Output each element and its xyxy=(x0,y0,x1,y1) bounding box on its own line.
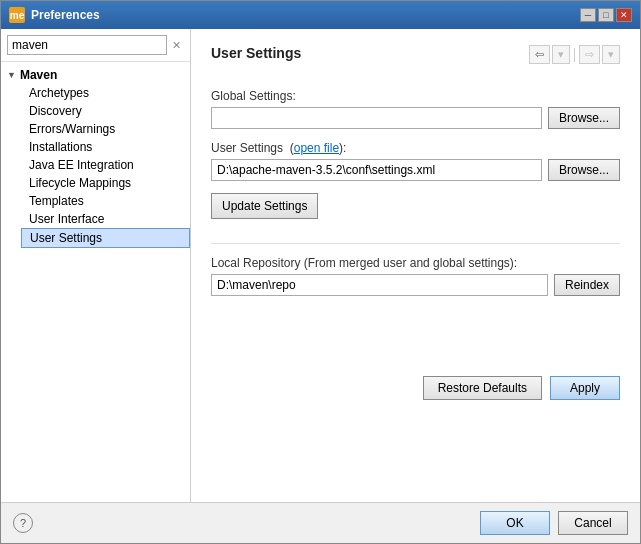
global-settings-input[interactable] xyxy=(211,107,542,129)
restore-defaults-button[interactable]: Restore Defaults xyxy=(423,376,542,400)
nav-forward-dropdown-icon[interactable]: ▾ xyxy=(602,45,620,64)
title-bar-controls: ─ □ ✕ xyxy=(580,8,632,22)
global-browse-button[interactable]: Browse... xyxy=(548,107,620,129)
nav-icons: ⇦ ▾ ⇨ ▾ xyxy=(529,45,620,64)
dialog-content: maven ✕ ▼ Maven Archetypes Discovery Err… xyxy=(1,29,640,543)
minimize-button[interactable]: ─ xyxy=(580,8,596,22)
maximize-button[interactable]: □ xyxy=(598,8,614,22)
cancel-button[interactable]: Cancel xyxy=(558,511,628,535)
divider xyxy=(211,243,620,244)
panel-title: User Settings xyxy=(211,45,301,61)
bottom-right-buttons: OK Cancel xyxy=(480,511,628,535)
update-settings-button[interactable]: Update Settings xyxy=(211,193,318,219)
tree-children: Archetypes Discovery Errors/Warnings Ins… xyxy=(1,84,190,248)
tree-item-templates[interactable]: Templates xyxy=(21,192,190,210)
bottom-bar: ? OK Cancel xyxy=(1,502,640,543)
user-settings-text: User Settings xyxy=(211,141,283,155)
search-input[interactable]: maven xyxy=(7,35,167,55)
tree-maven-label: Maven xyxy=(20,68,57,82)
user-settings-input[interactable]: D:\apache-maven-3.5.2\conf\settings.xml xyxy=(211,159,542,181)
tree-expand-icon: ▼ xyxy=(7,70,16,80)
tree-item-user-interface[interactable]: User Interface xyxy=(21,210,190,228)
tree-item-lifecycle-mappings[interactable]: Lifecycle Mappings xyxy=(21,174,190,192)
title-bar-left: me Preferences xyxy=(9,7,100,23)
user-settings-colon: ): xyxy=(339,141,346,155)
global-settings-row: Browse... xyxy=(211,107,620,129)
nav-forward-icon[interactable]: ⇨ xyxy=(579,45,600,64)
tree-item-discovery[interactable]: Discovery xyxy=(21,102,190,120)
local-repo-input[interactable]: D:\maven\repo xyxy=(211,274,548,296)
title-bar: me Preferences ─ □ ✕ xyxy=(1,1,640,29)
reindex-button[interactable]: Reindex xyxy=(554,274,620,296)
local-repo-label: Local Repository (From merged user and g… xyxy=(211,256,620,270)
panel-actions: Restore Defaults Apply xyxy=(211,376,620,400)
ok-button[interactable]: OK xyxy=(480,511,550,535)
search-clear-button[interactable]: ✕ xyxy=(169,38,184,53)
tree-item-errors-warnings[interactable]: Errors/Warnings xyxy=(21,120,190,138)
tree-maven-parent[interactable]: ▼ Maven xyxy=(1,66,190,84)
nav-back-icon[interactable]: ⇦ xyxy=(529,45,550,64)
user-settings-label: User Settings (open file): xyxy=(211,141,620,155)
user-browse-button[interactable]: Browse... xyxy=(548,159,620,181)
nav-dropdown-icon[interactable]: ▾ xyxy=(552,45,570,64)
app-icon: me xyxy=(9,7,25,23)
tree-item-user-settings[interactable]: User Settings xyxy=(21,228,190,248)
tree-item-java-ee[interactable]: Java EE Integration xyxy=(21,156,190,174)
local-repo-row: D:\maven\repo Reindex xyxy=(211,274,620,296)
dialog-title: Preferences xyxy=(31,8,100,22)
sidebar: maven ✕ ▼ Maven Archetypes Discovery Err… xyxy=(1,29,191,502)
close-button[interactable]: ✕ xyxy=(616,8,632,22)
user-settings-row: D:\apache-maven-3.5.2\conf\settings.xml … xyxy=(211,159,620,181)
tree: ▼ Maven Archetypes Discovery Errors/Warn… xyxy=(1,62,190,502)
main-area: maven ✕ ▼ Maven Archetypes Discovery Err… xyxy=(1,29,640,502)
global-settings-label: Global Settings: xyxy=(211,89,620,103)
help-icon[interactable]: ? xyxy=(13,513,33,533)
content-panel: User Settings ⇦ ▾ ⇨ ▾ Global Settings: B… xyxy=(191,29,640,502)
nav-separator xyxy=(574,48,575,62)
open-file-link[interactable]: open file xyxy=(294,141,339,155)
preferences-dialog: me Preferences ─ □ ✕ maven ✕ ▼ Maven xyxy=(0,0,641,544)
search-box: maven ✕ xyxy=(1,29,190,62)
tree-item-installations[interactable]: Installations xyxy=(21,138,190,156)
panel-header-row: User Settings ⇦ ▾ ⇨ ▾ xyxy=(211,45,620,75)
apply-button[interactable]: Apply xyxy=(550,376,620,400)
tree-item-archetypes[interactable]: Archetypes xyxy=(21,84,190,102)
